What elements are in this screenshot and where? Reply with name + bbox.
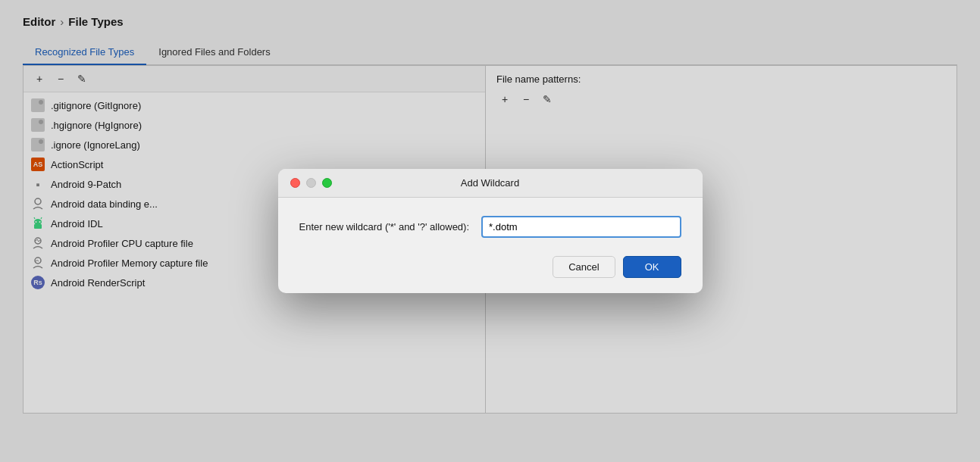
traffic-lights (290, 178, 332, 188)
modal-buttons: Cancel OK (299, 256, 681, 278)
cancel-button[interactable]: Cancel (553, 256, 615, 278)
modal-overlay: Add Wildcard Enter new wildcard ('*' and… (0, 0, 980, 462)
modal-titlebar: Add Wildcard (278, 169, 703, 198)
close-button[interactable] (290, 178, 300, 188)
modal-title: Add Wildcard (461, 177, 519, 189)
modal-input-row: Enter new wildcard ('*' and '?' allowed)… (299, 216, 681, 238)
ok-button[interactable]: OK (623, 256, 681, 278)
modal-body: Enter new wildcard ('*' and '?' allowed)… (278, 198, 703, 293)
wildcard-prompt-label: Enter new wildcard ('*' and '?' allowed)… (299, 221, 470, 233)
maximize-button[interactable] (322, 178, 332, 188)
wildcard-input[interactable] (481, 216, 681, 238)
minimize-button[interactable] (306, 178, 316, 188)
add-wildcard-dialog: Add Wildcard Enter new wildcard ('*' and… (278, 169, 703, 293)
main-container: Editor › File Types Recognized File Type… (0, 0, 980, 462)
